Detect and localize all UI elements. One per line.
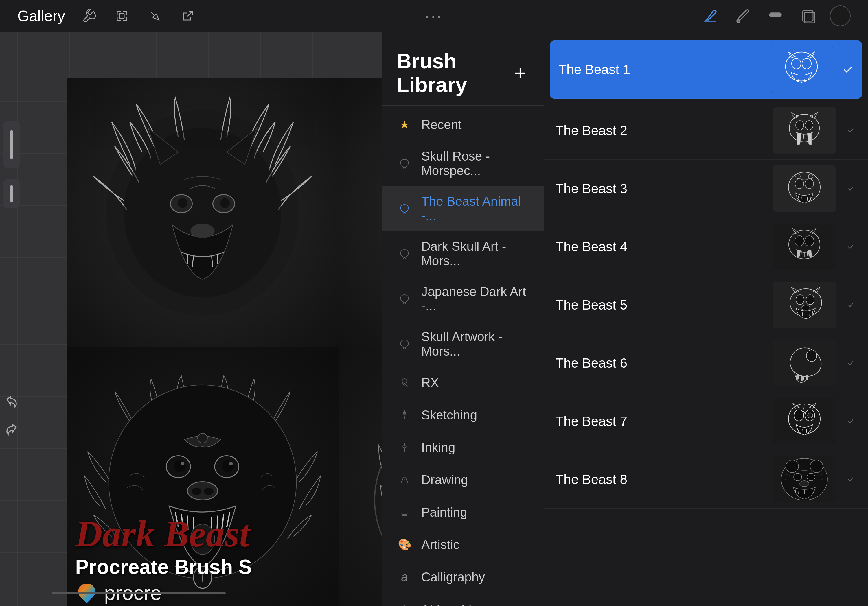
brush-name-beast6: The Beast 6 [555,355,764,371]
brush-thumb-beast7 [772,398,836,444]
svg-point-19 [174,460,186,472]
category-dark-skull[interactable]: Dark Skull Art - Mors... [382,231,544,276]
brush-name-beast1: The Beast 1 [558,62,761,77]
inking-icon [397,439,412,456]
category-calligraphy[interactable]: a Calligraphy [382,561,544,593]
brush-item-beast8[interactable]: The Beast 8 [544,450,868,508]
brush-tool-button[interactable] [733,6,753,26]
category-skull-rose[interactable]: Skull Rose - Morspec... [382,141,544,186]
brush-check-beast2 [845,125,856,136]
category-label-skull-rose: Skull Rose - Morspec... [421,149,529,178]
drawing-icon [397,472,412,488]
category-label-painting: Painting [421,505,467,519]
svg-point-10 [178,198,187,208]
selection-icon[interactable] [146,7,164,25]
toolbar-right [700,6,851,26]
category-label-skull-artwork: Skull Artwork - Mors... [421,330,529,358]
svg-rect-87 [772,398,836,444]
gallery-button[interactable]: Gallery [17,7,65,25]
svg-point-44 [403,446,406,448]
canvas-scrollbar[interactable] [52,592,226,594]
category-sketching[interactable]: Sketching [382,399,544,431]
panel-title: Brush Library [397,49,512,97]
more-options-button[interactable]: ··· [425,7,443,25]
wrench-icon[interactable] [79,7,98,25]
category-label-sketching: Sketching [421,408,477,422]
dark-skull-icon [397,246,412,262]
svg-point-68 [796,121,804,130]
category-recent[interactable]: ★ Recent [382,108,544,141]
brush-item-beast1[interactable]: The Beast 1 [550,40,862,99]
category-label-beast-animal: The Beast Animal -... [421,194,529,223]
svg-point-82 [796,295,804,305]
share-icon[interactable] [178,7,197,25]
svg-point-98 [807,473,815,481]
brush-thumb-beast2 [772,107,836,153]
category-label-rx: RX [421,375,439,390]
avatar[interactable] [830,6,851,26]
brush-item-beast3[interactable]: The Beast 3 [544,160,868,218]
brush-name-beast4: The Beast 4 [555,239,764,254]
brush-name-beast8: The Beast 8 [555,471,764,487]
category-label-inking: Inking [421,440,455,455]
toolbar-left: Gallery [17,7,197,25]
category-inking[interactable]: Inking [382,431,544,464]
svg-rect-45 [401,509,408,514]
brush-check-beast8 [845,474,856,485]
brush-thumb-beast3 [772,166,836,212]
artistic-icon: 🎨 [397,536,412,553]
beast-animal-icon [397,200,412,217]
svg-point-24 [192,488,201,495]
svg-point-72 [795,179,804,189]
svg-rect-46 [402,515,407,516]
category-label-japanese: Japanese Dark Art -... [421,284,529,313]
recent-icon: ★ [397,116,412,133]
svg-rect-85 [772,340,836,386]
airbrushing-icon [397,601,412,606]
brush-check-beast7 [845,415,856,427]
svg-point-95 [786,460,798,473]
brush-size-slider[interactable] [3,121,20,168]
svg-point-22 [229,462,233,465]
sketching-icon [397,407,412,423]
category-drawing[interactable]: Drawing [382,464,544,496]
brush-name-beast3: The Beast 3 [555,181,764,197]
toolbar-center: ··· [425,7,443,25]
category-skull-artwork[interactable]: Skull Artwork - Mors... [382,321,544,366]
brush-name-beast2: The Beast 2 [555,122,764,138]
brush-item-beast5[interactable]: The Beast 5 [544,276,868,334]
brush-thumb-beast6 [772,340,836,386]
brush-check-beast5 [845,299,856,311]
pencil-tool-button[interactable] [700,6,721,26]
left-tools [0,64,23,606]
category-painting[interactable]: Painting [382,496,544,529]
category-airbrushing[interactable]: Airbrushing [382,593,544,606]
artwork-bear: Dark Beast Procreate Brush S [67,347,338,606]
redo-button[interactable] [3,421,20,437]
category-label-dark-skull: Dark Skull Art - Mors... [421,239,529,268]
svg-point-99 [800,481,809,487]
brush-check-beast3 [845,183,856,194]
undo-button[interactable] [3,394,20,409]
add-brush-button[interactable]: + [512,62,529,83]
category-artistic[interactable]: 🎨 Artistic [382,529,544,561]
svg-point-96 [810,460,823,473]
svg-point-20 [222,460,234,472]
panel-header: Brush Library + [382,37,544,105]
brush-thumb-beast8 [772,456,836,502]
category-beast-animal[interactable]: The Beast Animal -... [382,186,544,231]
rx-icon [397,375,412,391]
brush-item-beast4[interactable]: The Beast 4 [544,218,868,276]
smudge-tool-button[interactable] [765,6,786,26]
transform-icon[interactable] [113,7,131,25]
top-toolbar: Gallery [0,0,868,32]
brush-item-beast6[interactable]: The Beast 6 [544,334,868,392]
layers-button[interactable] [797,6,818,26]
brush-item-beast2[interactable]: The Beast 2 [544,102,868,160]
brush-item-beast7[interactable]: The Beast 7 [544,392,868,450]
category-rx[interactable]: RX [382,366,544,399]
opacity-slider[interactable] [3,179,20,208]
painting-icon [397,504,412,521]
svg-point-84 [802,305,810,310]
category-japanese[interactable]: Japanese Dark Art -... [382,276,544,321]
